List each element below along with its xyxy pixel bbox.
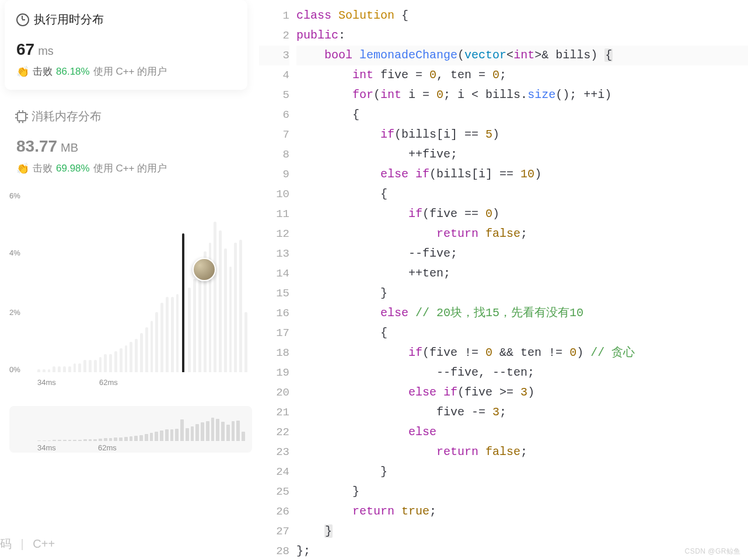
bar[interactable] — [244, 312, 247, 372]
code-line[interactable]: else // 20块，找15，先看有没有10 — [296, 303, 748, 323]
line-number: 6 — [259, 105, 289, 125]
bar[interactable] — [68, 366, 71, 372]
code-line[interactable]: return false; — [296, 442, 748, 462]
code-line[interactable]: ++ten; — [296, 264, 748, 284]
line-number: 16 — [259, 303, 289, 323]
tab-separator: | — [21, 537, 24, 550]
mini-bar — [109, 438, 113, 441]
bar[interactable] — [140, 333, 143, 372]
chart-bars — [37, 191, 247, 372]
code-line[interactable]: --five; — [296, 244, 748, 264]
code-line[interactable]: if(five == 0) — [296, 204, 748, 224]
mini-distribution-chart[interactable]: 34ms 62ms — [9, 406, 252, 453]
bar[interactable] — [58, 366, 61, 372]
bar[interactable] — [94, 360, 97, 372]
line-number: 13 — [259, 244, 289, 264]
code-editor[interactable]: 1234567891011121314151617181920212223242… — [259, 0, 748, 560]
bar[interactable] — [151, 321, 153, 372]
code-lines[interactable]: class Solution {public: bool lemonadeCha… — [296, 6, 748, 560]
code-line[interactable]: public: — [296, 26, 748, 46]
memory-title: 消耗内存分布 — [16, 108, 243, 124]
code-line[interactable]: bool lemonadeChange(vector<int>& bills) … — [296, 46, 748, 65]
code-line[interactable]: } — [296, 462, 748, 482]
bar[interactable] — [219, 230, 222, 372]
bar[interactable] — [193, 279, 196, 372]
bar[interactable] — [43, 369, 46, 372]
code-line[interactable]: { — [296, 105, 748, 125]
mini-bar — [83, 439, 87, 441]
tab-code[interactable]: 码 — [0, 537, 12, 550]
runtime-distribution-chart[interactable]: 6% 4% 2% 0% 34ms 62ms — [9, 191, 252, 401]
ytick-6: 6% — [9, 191, 20, 200]
bar[interactable] — [37, 369, 40, 372]
user-avatar-marker[interactable] — [193, 258, 216, 281]
line-number: 1 — [259, 6, 289, 26]
bar[interactable] — [48, 369, 51, 372]
mini-bar — [78, 440, 82, 441]
code-line[interactable]: } — [296, 482, 748, 502]
bar[interactable] — [155, 312, 158, 372]
code-line[interactable]: int five = 0, ten = 0; — [296, 65, 748, 85]
mini-bar — [139, 435, 143, 441]
code-line[interactable]: --five, --ten; — [296, 363, 748, 383]
code-line[interactable]: for(int i = 0; i < bills.size(); ++i) — [296, 85, 748, 105]
bar[interactable] — [125, 345, 128, 373]
code-line[interactable]: class Solution { — [296, 6, 748, 26]
bar[interactable] — [130, 342, 132, 372]
bar[interactable] — [176, 294, 179, 372]
mini-bar — [145, 434, 148, 441]
code-line[interactable]: else if(bills[i] == 10) — [296, 164, 748, 184]
bar[interactable] — [120, 348, 123, 372]
mini-bar — [63, 440, 67, 441]
mini-bar — [43, 440, 46, 441]
mini-chart-bars — [37, 413, 245, 441]
bar[interactable] — [171, 297, 174, 372]
runtime-card: 执行用时分布 67 ms 👏 击败 86.18% 使用 C++ 的用户 — [5, 0, 247, 90]
mini-bar — [175, 429, 179, 441]
memory-metric: 83.77 MB — [16, 137, 243, 156]
code-line[interactable]: return true; — [296, 502, 748, 522]
bar[interactable] — [166, 297, 169, 372]
code-line[interactable]: if(five != 0 && ten != 0) // 贪心 — [296, 343, 748, 363]
bar[interactable] — [53, 366, 55, 372]
bar[interactable] — [99, 357, 102, 372]
ytick-0: 0% — [9, 365, 20, 374]
bar[interactable] — [229, 267, 232, 372]
code-line[interactable]: } — [296, 284, 748, 303]
bar[interactable] — [104, 354, 107, 372]
code-line[interactable]: five -= 3; — [296, 402, 748, 422]
bar[interactable] — [160, 303, 163, 372]
mini-bar — [134, 436, 138, 441]
bar[interactable] — [182, 233, 184, 372]
line-number: 8 — [259, 145, 289, 164]
bar[interactable] — [234, 243, 237, 372]
bar[interactable] — [224, 249, 227, 372]
code-line[interactable]: ++five; — [296, 145, 748, 164]
code-line[interactable]: { — [296, 323, 748, 343]
tab-language[interactable]: C++ — [33, 537, 55, 550]
clock-icon — [16, 13, 29, 26]
bar[interactable] — [109, 354, 112, 372]
bar[interactable] — [135, 339, 138, 372]
code-line[interactable]: if(bills[i] == 5) — [296, 125, 748, 145]
bar[interactable] — [78, 363, 81, 373]
code-line[interactable]: } — [296, 522, 748, 541]
mini-bar — [58, 440, 61, 441]
bar[interactable] — [188, 288, 191, 372]
code-line[interactable]: { — [296, 184, 748, 204]
bar[interactable] — [145, 327, 148, 373]
bar[interactable] — [83, 360, 86, 372]
code-line[interactable]: else — [296, 422, 748, 442]
mini-bar — [124, 437, 128, 441]
bar[interactable] — [114, 351, 117, 372]
bar[interactable] — [63, 366, 66, 372]
code-line[interactable]: return false; — [296, 224, 748, 244]
runtime-beat-label: 击败 — [33, 65, 53, 78]
bar[interactable] — [239, 240, 242, 372]
bar[interactable] — [74, 363, 76, 373]
bar[interactable] — [214, 222, 216, 372]
bar[interactable] — [89, 360, 92, 372]
code-line[interactable]: }; — [296, 541, 748, 560]
mini-bar — [150, 433, 153, 441]
code-line[interactable]: else if(five >= 3) — [296, 383, 748, 402]
